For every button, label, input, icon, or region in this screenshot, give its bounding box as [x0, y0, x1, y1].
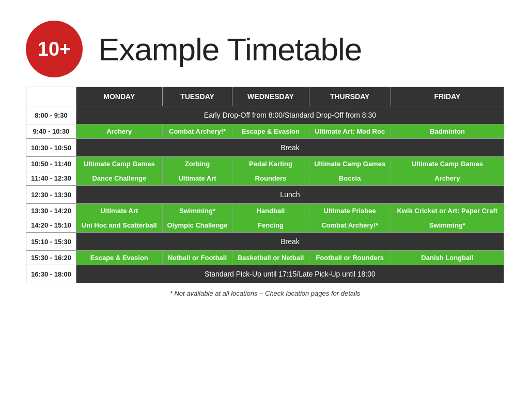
activity-cell: Ultimate Art — [76, 204, 162, 218]
col-header-monday: MONDAY — [76, 87, 162, 106]
activity-cell: Olympic Challenge — [162, 218, 232, 233]
span-cell: Standard Pick-Up until 17:15/Late Pick-U… — [76, 265, 504, 283]
activity-cell: Swimming* — [391, 218, 504, 233]
timetable: MONDAY TUESDAY WEDNESDAY THURSDAY FRIDAY… — [26, 87, 504, 283]
activity-cell: Swimming* — [162, 204, 232, 218]
table-row: 10:30 - 10:50Break — [26, 139, 504, 157]
time-cell: 15:30 - 16:20 — [26, 251, 76, 265]
table-row: 12:30 - 13:30Lunch — [26, 186, 504, 204]
activity-cell: Zorbing — [162, 157, 232, 171]
table-row: 13:30 - 14:20Ultimate ArtSwimming*Handba… — [26, 204, 504, 218]
table-row: 9:40 - 10:30ArcheryCombat Archery!*Escap… — [26, 124, 504, 139]
activity-cell: Escape & Evasion — [76, 251, 162, 265]
activity-cell: Ultimate Frisbee — [309, 204, 391, 218]
table-row: 15:30 - 16:20Escape & EvasionNetball or … — [26, 251, 504, 265]
time-cell: 13:30 - 14:20 — [26, 204, 76, 218]
activity-cell: Netball or Football — [162, 251, 232, 265]
activity-cell: Archery — [76, 124, 162, 139]
activity-cell: Combat Archery!* — [309, 218, 391, 233]
activity-cell: Basketball or Netball — [232, 251, 309, 265]
activity-cell: Pedal Karting — [232, 157, 309, 171]
activity-cell: Rounders — [232, 171, 309, 186]
timetable-body: 8:00 - 9:30Early Drop-Off from 8:00/Stan… — [26, 106, 504, 283]
time-cell: 15:10 - 15:30 — [26, 233, 76, 251]
table-row: 15:10 - 15:30Break — [26, 233, 504, 251]
activity-cell: Badminton — [391, 124, 504, 139]
time-cell: 10:30 - 10:50 — [26, 139, 76, 157]
age-badge: 10+ — [26, 21, 83, 77]
span-cell: Early Drop-Off from 8:00/Standard Drop-O… — [76, 106, 504, 124]
table-row: 8:00 - 9:30Early Drop-Off from 8:00/Stan… — [26, 106, 504, 124]
activity-cell: Ultimate Camp Games — [309, 157, 391, 171]
time-cell: 11:40 - 12:30 — [26, 171, 76, 186]
activity-cell: Handball — [232, 204, 309, 218]
activity-cell: Escape & Evasion — [232, 124, 309, 139]
activity-cell: Football or Rounders — [309, 251, 391, 265]
activity-cell: Boccia — [309, 171, 391, 186]
span-cell: Break — [76, 233, 504, 251]
activity-cell: Combat Archery!* — [162, 124, 232, 139]
time-cell: 8:00 - 9:30 — [26, 106, 76, 124]
col-header-tuesday: TUESDAY — [162, 87, 232, 106]
time-cell: 10:50 - 11:40 — [26, 157, 76, 171]
table-row: 16:30 - 18:00Standard Pick-Up until 17:1… — [26, 265, 504, 283]
span-cell: Break — [76, 139, 504, 157]
table-row: 14:20 - 15:10Uni Hoc and ScatterballOlym… — [26, 218, 504, 233]
activity-cell: Fencing — [232, 218, 309, 233]
activity-cell: Archery — [391, 171, 504, 186]
activity-cell: Ultimate Camp Games — [391, 157, 504, 171]
page-title: Example Timetable — [98, 31, 362, 68]
col-header-thursday: THURSDAY — [309, 87, 391, 106]
col-header-wednesday: WEDNESDAY — [232, 87, 309, 106]
activity-cell: Ultimate Art — [162, 171, 232, 186]
span-cell: Lunch — [76, 186, 504, 204]
header: 10+ Example Timetable — [26, 21, 504, 77]
footnote: * Not available at all locations – Check… — [26, 289, 504, 297]
activity-cell: Danish Longball — [391, 251, 504, 265]
time-cell: 12:30 - 13:30 — [26, 186, 76, 204]
page: 10+ Example Timetable MONDAY TUESDAY WED… — [10, 10, 520, 308]
activity-cell: Dance Challenge — [76, 171, 162, 186]
activity-cell: Uni Hoc and Scatterball — [76, 218, 162, 233]
activity-cell: Kwik Cricket or Art: Paper Craft — [391, 204, 504, 218]
time-cell: 16:30 - 18:00 — [26, 265, 76, 283]
time-cell: 9:40 - 10:30 — [26, 124, 76, 139]
activity-cell: Ultimate Art: Mod Roc — [309, 124, 391, 139]
time-cell: 14:20 - 15:10 — [26, 218, 76, 233]
activity-cell: Ultimate Camp Games — [76, 157, 162, 171]
col-header-time — [26, 87, 76, 106]
table-row: 11:40 - 12:30Dance ChallengeUltimate Art… — [26, 171, 504, 186]
header-row: MONDAY TUESDAY WEDNESDAY THURSDAY FRIDAY — [26, 87, 504, 106]
col-header-friday: FRIDAY — [391, 87, 504, 106]
table-row: 10:50 - 11:40Ultimate Camp GamesZorbingP… — [26, 157, 504, 171]
